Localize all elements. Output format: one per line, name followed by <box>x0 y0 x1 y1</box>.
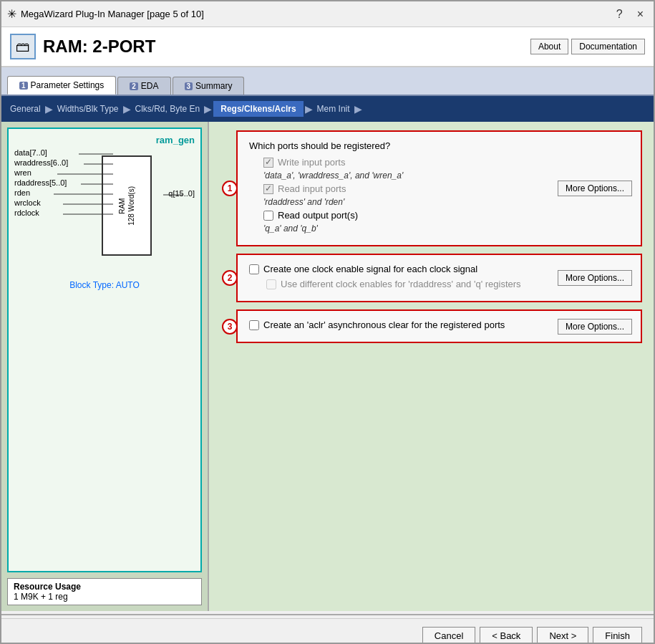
section1-title: Which ports should be registered? <box>249 140 629 151</box>
section2-sub-label: Use different clock enables for 'rdaddre… <box>281 279 521 289</box>
section3-main-label: Create an 'aclr' asynchronous clear for … <box>263 319 505 330</box>
output-signal: q[15..0] <box>168 189 195 198</box>
section1-wrapper: 1 Which ports should be registered? Writ… <box>236 130 642 246</box>
about-button[interactable]: About <box>530 39 568 54</box>
step-mem-label: Mem Init <box>317 104 350 114</box>
section3-num: 3 <box>222 319 238 335</box>
step-widths-label: Widths/Blk Type <box>57 104 119 114</box>
step-mem[interactable]: Mem Init <box>314 104 353 114</box>
ram-icon: 🗃 <box>10 34 36 59</box>
left-panel: ram_gen data[7..0] wraddress[6..0] wren … <box>1 122 209 611</box>
ram-block-label: 128 Word(s) <box>127 186 135 226</box>
title-bar-left: ✳ MegaWizard Plug-In Manager [page 5 of … <box>7 7 204 21</box>
page-title: RAM: 2-PORT <box>43 37 155 57</box>
step-regs[interactable]: Regs/Clkens/Aclrs <box>213 101 303 117</box>
section3-main-checkbox[interactable] <box>249 320 259 330</box>
tab3-num: 3 <box>185 82 193 90</box>
step-arrow-3: ▶ <box>204 103 212 115</box>
signal-wren: wren <box>14 168 68 177</box>
window-title: MegaWizard Plug-In Manager [page 5 of 10… <box>21 9 204 19</box>
step-navigation: General ▶ Widths/Blk Type ▶ Clks/Rd, Byt… <box>1 96 654 122</box>
tab1-num: 1 <box>19 82 28 90</box>
next-button[interactable]: Next > <box>537 627 588 644</box>
tab2-label: EDA <box>141 81 159 91</box>
tab2-num: 2 <box>130 82 138 90</box>
step-widths[interactable]: Widths/Blk Type <box>54 104 122 114</box>
step-arrow-4: ▶ <box>305 103 313 115</box>
section1-row: Which ports should be registered? Write … <box>249 140 629 236</box>
section3-row: Create an 'aclr' asynchronous clear for … <box>249 319 629 333</box>
tab-summary[interactable]: 3 Summary <box>173 77 245 95</box>
component-name: ram_gen <box>14 135 195 145</box>
write-input-row: Write input ports <box>263 157 629 168</box>
section2-wrapper: 2 Create one clock enable signal for eac… <box>236 254 642 302</box>
back-button[interactable]: < Back <box>480 627 533 644</box>
section1-box: Which ports should be registered? Write … <box>236 130 642 246</box>
header-title: 🗃 RAM: 2-PORT <box>10 34 155 59</box>
section3-more-options-button[interactable]: More Options... <box>558 319 632 335</box>
bottom-nav: Cancel < Back Next > Finish <box>1 618 654 644</box>
main-content: ram_gen data[7..0] wraddress[6..0] wren … <box>1 122 654 611</box>
section1-more-options-button[interactable]: More Options... <box>558 181 632 196</box>
section2-main-checkbox[interactable] <box>249 264 259 274</box>
section1-num: 1 <box>222 181 238 196</box>
step-general[interactable]: General <box>7 104 44 114</box>
tab3-label: Summary <box>195 81 232 91</box>
bottom-divider <box>1 614 654 615</box>
ram-block: 128 Word(s) RAM <box>102 155 152 256</box>
signal-data: data[7..0] <box>14 148 68 157</box>
documentation-button[interactable]: Documentation <box>571 39 645 54</box>
section2-main-label: Create one clock enable signal for each … <box>263 264 477 274</box>
cancel-button[interactable]: Cancel <box>422 627 475 644</box>
resource-title: Resource Usage <box>14 582 195 592</box>
top-tabs: 1 Parameter Settings 2 EDA 3 Summary <box>1 67 654 96</box>
read-input-value: 'rdaddress' and 'rden' <box>263 197 629 207</box>
diagram-inner: data[7..0] wraddress[6..0] wren rdaddres… <box>14 148 195 277</box>
section2-num: 2 <box>222 270 238 286</box>
tab1-label: Parameter Settings <box>31 80 105 90</box>
read-output-checkbox[interactable] <box>263 211 273 221</box>
step-regs-label: Regs/Clkens/Aclrs <box>220 104 296 114</box>
step-arrow-1: ▶ <box>45 103 53 115</box>
ram-type-label: RAM <box>118 198 126 213</box>
tab-eda[interactable]: 2 EDA <box>117 77 170 95</box>
signal-wraddress: wraddress[6..0] <box>14 158 68 167</box>
read-output-row: Read output port(s) <box>263 210 629 221</box>
header-bar: 🗃 RAM: 2-PORT About Documentation <box>1 27 654 67</box>
read-input-label: Read input ports <box>278 183 346 194</box>
read-output-value: 'q_a' and 'q_b' <box>263 224 629 234</box>
resource-value: 1 M9K + 1 reg <box>14 592 195 602</box>
step-arrow-5: ▶ <box>354 103 362 115</box>
signal-rdclock: rdclock <box>14 208 68 217</box>
section2-sub-checkbox[interactable] <box>266 279 276 289</box>
finish-button[interactable]: Finish <box>593 627 642 644</box>
title-bar: ✳ MegaWizard Plug-In Manager [page 5 of … <box>1 1 654 27</box>
read-input-checkbox <box>263 184 273 194</box>
section2-box: Create one clock enable signal for each … <box>236 254 642 302</box>
title-bar-controls: ? × <box>612 6 648 22</box>
section2-more-options-button[interactable]: More Options... <box>558 270 632 286</box>
write-input-label: Write input ports <box>278 157 345 168</box>
write-input-value: 'data_a', 'wraddress_a', and 'wren_a' <box>263 170 629 181</box>
section3-wrapper: 3 Create an 'aclr' asynchronous clear fo… <box>236 309 642 343</box>
right-panel: 1 Which ports should be registered? Writ… <box>209 122 654 611</box>
tab-parameter-settings[interactable]: 1 Parameter Settings <box>7 76 116 95</box>
signal-wrclock: wrclock <box>14 198 68 207</box>
step-general-label: General <box>10 104 41 114</box>
wizard-icon: ✳ <box>7 7 16 21</box>
step-clks[interactable]: Clks/Rd, Byte En <box>132 104 203 114</box>
step-arrow-2: ▶ <box>123 103 131 115</box>
close-button[interactable]: × <box>633 6 648 22</box>
resource-box: Resource Usage 1 M9K + 1 reg <box>7 578 202 605</box>
help-button[interactable]: ? <box>612 6 627 22</box>
read-output-label: Read output port(s) <box>278 210 358 221</box>
signal-rden: rden <box>14 188 68 197</box>
write-input-checkbox <box>263 158 273 168</box>
diagram-box: ram_gen data[7..0] wraddress[6..0] wren … <box>7 128 202 572</box>
header-buttons: About Documentation <box>530 39 645 54</box>
block-type: Block Type: AUTO <box>14 280 195 290</box>
section3-box: Create an 'aclr' asynchronous clear for … <box>236 309 642 343</box>
section2-row: Create one clock enable signal for each … <box>249 264 629 292</box>
signal-rdaddress: rdaddress[5..0] <box>14 178 68 187</box>
step-clks-label: Clks/Rd, Byte En <box>135 104 200 114</box>
